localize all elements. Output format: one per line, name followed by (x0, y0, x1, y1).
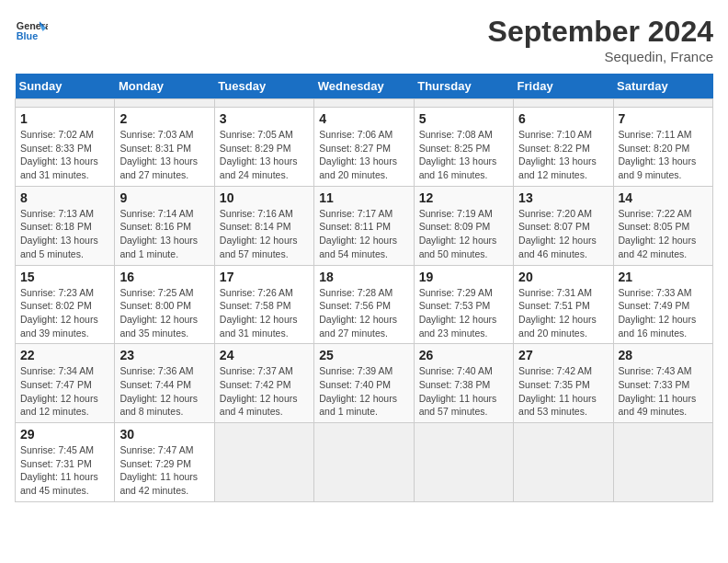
calendar-cell: 11Sunrise: 7:17 AM Sunset: 8:11 PM Dayli… (314, 186, 414, 265)
day-info: Sunrise: 7:20 AM Sunset: 8:07 PM Dayligh… (518, 207, 608, 261)
calendar-header-row: SundayMondayTuesdayWednesdayThursdayFrid… (16, 74, 713, 99)
calendar-cell: 2Sunrise: 7:03 AM Sunset: 8:31 PM Daylig… (115, 108, 214, 187)
day-info: Sunrise: 7:47 AM Sunset: 7:29 PM Dayligh… (119, 443, 209, 498)
calendar-cell: 14Sunrise: 7:22 AM Sunset: 8:05 PM Dayli… (613, 186, 712, 265)
day-number: 2 (119, 111, 209, 126)
calendar-cell (514, 423, 613, 502)
header-thursday: Thursday (414, 74, 513, 99)
calendar-cell: 29Sunrise: 7:45 AM Sunset: 7:31 PM Dayli… (16, 423, 115, 502)
day-info: Sunrise: 7:28 AM Sunset: 7:56 PM Dayligh… (319, 286, 408, 340)
calendar-cell: 4Sunrise: 7:06 AM Sunset: 8:27 PM Daylig… (314, 108, 414, 187)
header-monday: Monday (115, 74, 214, 99)
calendar-row: 1Sunrise: 7:02 AM Sunset: 8:33 PM Daylig… (16, 108, 713, 187)
day-info: Sunrise: 7:26 AM Sunset: 7:58 PM Dayligh… (220, 286, 309, 340)
calendar-cell: 22Sunrise: 7:34 AM Sunset: 7:47 PM Dayli… (16, 344, 115, 423)
day-number: 25 (319, 348, 408, 362)
day-info: Sunrise: 7:10 AM Sunset: 8:22 PM Dayligh… (518, 128, 608, 182)
header-friday: Friday (514, 74, 613, 99)
calendar-cell: 21Sunrise: 7:33 AM Sunset: 7:49 PM Dayli… (613, 265, 712, 344)
calendar-cell (414, 99, 513, 108)
day-number: 12 (419, 190, 508, 205)
day-number: 10 (220, 190, 309, 205)
page-subtitle: Sequedin, France (488, 49, 713, 64)
header-saturday: Saturday (613, 74, 712, 99)
calendar-cell: 9Sunrise: 7:14 AM Sunset: 8:16 PM Daylig… (115, 186, 214, 265)
calendar-row: 22Sunrise: 7:34 AM Sunset: 7:47 PM Dayli… (16, 344, 713, 423)
calendar-table: SundayMondayTuesdayWednesdayThursdayFrid… (15, 74, 713, 502)
day-info: Sunrise: 7:16 AM Sunset: 8:14 PM Dayligh… (220, 207, 309, 261)
day-info: Sunrise: 7:06 AM Sunset: 8:27 PM Dayligh… (319, 128, 408, 182)
day-number: 6 (518, 111, 608, 126)
day-number: 14 (619, 190, 708, 205)
calendar-cell: 1Sunrise: 7:02 AM Sunset: 8:33 PM Daylig… (16, 108, 115, 187)
day-info: Sunrise: 7:25 AM Sunset: 8:00 PM Dayligh… (119, 286, 209, 340)
day-number: 7 (619, 111, 708, 126)
calendar-cell: 27Sunrise: 7:42 AM Sunset: 7:35 PM Dayli… (514, 344, 613, 423)
calendar-cell (314, 99, 414, 108)
day-info: Sunrise: 7:31 AM Sunset: 7:51 PM Dayligh… (518, 286, 608, 340)
day-number: 29 (20, 427, 109, 442)
calendar-cell: 24Sunrise: 7:37 AM Sunset: 7:42 PM Dayli… (214, 344, 313, 423)
calendar-cell: 13Sunrise: 7:20 AM Sunset: 8:07 PM Dayli… (514, 186, 613, 265)
day-number: 4 (319, 111, 408, 126)
calendar-row: 29Sunrise: 7:45 AM Sunset: 7:31 PM Dayli… (16, 423, 713, 502)
day-info: Sunrise: 7:02 AM Sunset: 8:33 PM Dayligh… (20, 128, 109, 182)
calendar-cell: 7Sunrise: 7:11 AM Sunset: 8:20 PM Daylig… (613, 108, 712, 187)
day-number: 19 (419, 270, 508, 284)
calendar-row: 8Sunrise: 7:13 AM Sunset: 8:18 PM Daylig… (16, 186, 713, 265)
day-number: 30 (119, 427, 209, 442)
calendar-cell: 10Sunrise: 7:16 AM Sunset: 8:14 PM Dayli… (214, 186, 313, 265)
day-info: Sunrise: 7:34 AM Sunset: 7:47 PM Dayligh… (20, 364, 109, 419)
day-info: Sunrise: 7:08 AM Sunset: 8:25 PM Dayligh… (419, 128, 508, 182)
day-info: Sunrise: 7:03 AM Sunset: 8:31 PM Dayligh… (119, 128, 209, 182)
day-info: Sunrise: 7:17 AM Sunset: 8:11 PM Dayligh… (319, 207, 408, 261)
calendar-cell: 19Sunrise: 7:29 AM Sunset: 7:53 PM Dayli… (414, 265, 513, 344)
day-info: Sunrise: 7:40 AM Sunset: 7:38 PM Dayligh… (419, 364, 508, 419)
day-number: 24 (220, 348, 309, 362)
calendar-cell: 16Sunrise: 7:25 AM Sunset: 8:00 PM Dayli… (115, 265, 214, 344)
calendar-cell: 23Sunrise: 7:36 AM Sunset: 7:44 PM Dayli… (115, 344, 214, 423)
calendar-cell: 28Sunrise: 7:43 AM Sunset: 7:33 PM Dayli… (613, 344, 712, 423)
day-info: Sunrise: 7:29 AM Sunset: 7:53 PM Dayligh… (419, 286, 508, 340)
calendar-cell: 20Sunrise: 7:31 AM Sunset: 7:51 PM Dayli… (514, 265, 613, 344)
calendar-row: 15Sunrise: 7:23 AM Sunset: 8:02 PM Dayli… (16, 265, 713, 344)
logo: General Blue General Blue (15, 15, 51, 48)
logo-icon: General Blue (15, 15, 48, 48)
day-number: 21 (619, 270, 708, 284)
calendar-cell: 12Sunrise: 7:19 AM Sunset: 8:09 PM Dayli… (414, 186, 513, 265)
day-info: Sunrise: 7:23 AM Sunset: 8:02 PM Dayligh… (20, 286, 109, 340)
day-info: Sunrise: 7:43 AM Sunset: 7:33 PM Dayligh… (619, 364, 708, 419)
calendar-cell: 25Sunrise: 7:39 AM Sunset: 7:40 PM Dayli… (314, 344, 414, 423)
day-number: 9 (119, 190, 209, 205)
day-info: Sunrise: 7:33 AM Sunset: 7:49 PM Dayligh… (619, 286, 708, 340)
calendar-cell: 30Sunrise: 7:47 AM Sunset: 7:29 PM Dayli… (115, 423, 214, 502)
day-number: 13 (518, 190, 608, 205)
calendar-cell (314, 423, 414, 502)
header-sunday: Sunday (16, 74, 115, 99)
day-number: 8 (20, 190, 109, 205)
header-tuesday: Tuesday (214, 74, 313, 99)
calendar-cell (414, 423, 513, 502)
day-info: Sunrise: 7:05 AM Sunset: 8:29 PM Dayligh… (220, 128, 309, 182)
day-number: 17 (220, 270, 309, 284)
day-number: 3 (220, 111, 309, 126)
day-number: 28 (619, 348, 708, 362)
svg-text:Blue: Blue (17, 30, 38, 41)
day-number: 5 (419, 111, 508, 126)
day-number: 23 (119, 348, 209, 362)
page-title: September 2024 (488, 15, 713, 49)
calendar-cell: 5Sunrise: 7:08 AM Sunset: 8:25 PM Daylig… (414, 108, 513, 187)
day-number: 26 (419, 348, 508, 362)
day-info: Sunrise: 7:37 AM Sunset: 7:42 PM Dayligh… (220, 364, 309, 419)
calendar-cell: 8Sunrise: 7:13 AM Sunset: 8:18 PM Daylig… (16, 186, 115, 265)
day-info: Sunrise: 7:42 AM Sunset: 7:35 PM Dayligh… (518, 364, 608, 419)
calendar-cell: 6Sunrise: 7:10 AM Sunset: 8:22 PM Daylig… (514, 108, 613, 187)
calendar-row (16, 99, 713, 108)
calendar-cell (514, 99, 613, 108)
header-wednesday: Wednesday (314, 74, 414, 99)
day-number: 22 (20, 348, 109, 362)
day-info: Sunrise: 7:22 AM Sunset: 8:05 PM Dayligh… (619, 207, 708, 261)
calendar-cell: 17Sunrise: 7:26 AM Sunset: 7:58 PM Dayli… (214, 265, 313, 344)
calendar-cell: 15Sunrise: 7:23 AM Sunset: 8:02 PM Dayli… (16, 265, 115, 344)
calendar-cell (16, 99, 115, 108)
